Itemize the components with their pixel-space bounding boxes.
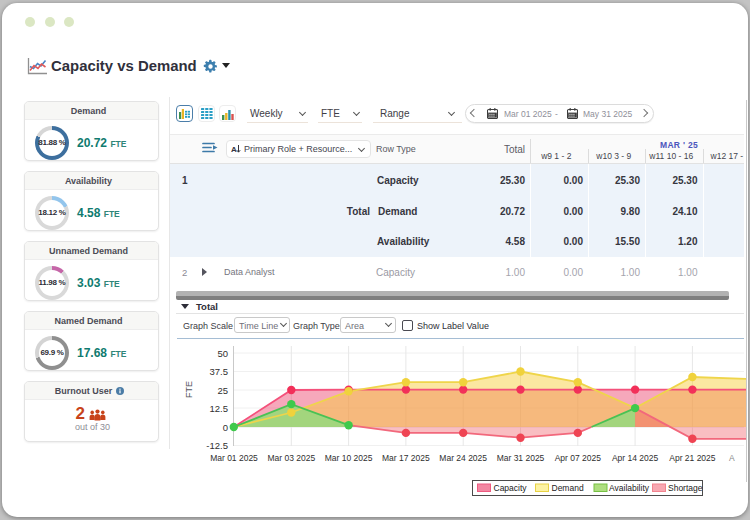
svg-text:Mar 03 2025: Mar 03 2025 xyxy=(267,453,315,463)
svg-text:Mar 01 2025: Mar 01 2025 xyxy=(210,453,258,463)
svg-text:Mar 10 2025: Mar 10 2025 xyxy=(325,453,373,463)
svg-text:Capacity: Capacity xyxy=(494,483,528,493)
svg-text:25: 25 xyxy=(217,385,228,396)
svg-text:Shortage: Shortage xyxy=(668,483,703,493)
svg-text:Mar 31 2025: Mar 31 2025 xyxy=(497,453,545,463)
svg-text:Apr 21 2025: Apr 21 2025 xyxy=(669,453,716,463)
svg-text:Apr 07 2025: Apr 07 2025 xyxy=(555,453,602,463)
svg-text:FTE: FTE xyxy=(184,381,194,398)
svg-text:37.5: 37.5 xyxy=(210,366,229,377)
svg-text:A: A xyxy=(231,145,237,154)
svg-text:Apr 14 2025: Apr 14 2025 xyxy=(612,453,659,463)
svg-text:Mar 17 2025: Mar 17 2025 xyxy=(382,453,430,463)
svg-text:0: 0 xyxy=(223,422,228,433)
svg-text:50: 50 xyxy=(217,348,228,359)
svg-text:A: A xyxy=(729,453,735,463)
svg-text:Availability: Availability xyxy=(609,483,650,493)
svg-text:12.5: 12.5 xyxy=(210,403,229,414)
svg-text:Mar 24 2025: Mar 24 2025 xyxy=(439,453,487,463)
svg-text:-12.5: -12.5 xyxy=(206,440,228,451)
svg-text:Demand: Demand xyxy=(552,483,584,493)
